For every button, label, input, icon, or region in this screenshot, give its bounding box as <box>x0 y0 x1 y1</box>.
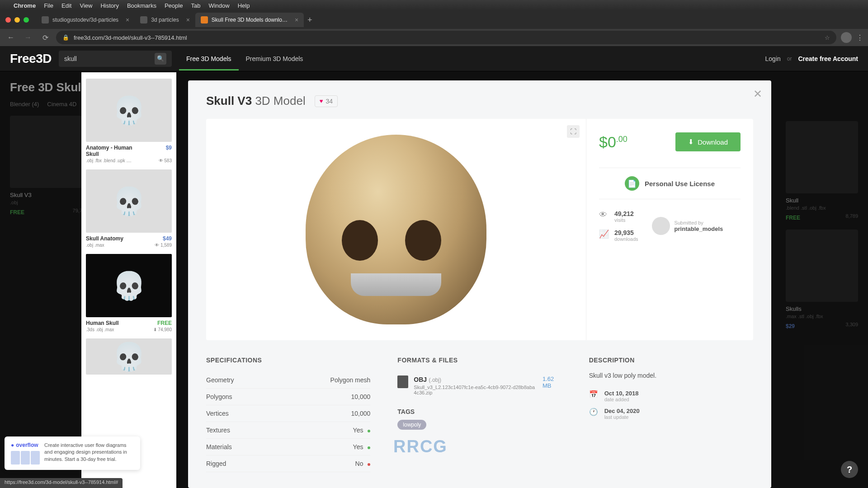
search-input[interactable] <box>64 55 155 62</box>
description-heading: DESCRIPTION <box>589 357 753 364</box>
tab-particles[interactable]: 3d particles × <box>135 13 195 27</box>
browser-tabstrip: studiogustodev/3d-particles × 3d particl… <box>0 11 868 29</box>
macos-menubar: Chrome File Edit View History Bookmarks … <box>0 0 868 11</box>
related-sidebar: 💀 Anatomy - Human Skull $9 .obj .fbx .bl… <box>81 72 176 488</box>
login-link[interactable]: Login <box>765 55 781 62</box>
profile-avatar[interactable] <box>841 32 852 43</box>
clock-icon: 🕐 <box>589 408 599 418</box>
spec-row: MaterialsYes <box>206 439 370 455</box>
content-row: ⛶ $0.00 ⬇ Download 📄 Personal Use Licens… <box>206 119 753 340</box>
specs-column: SPECIFICATIONS GeometryPolygon mesh Poly… <box>206 357 370 472</box>
tab-skull[interactable]: Skull Free 3D Models downlo… × <box>195 13 304 27</box>
file-name: OBJ <box>414 376 427 383</box>
date-added-row: 📅 Oct 10, 2018date added <box>589 390 753 402</box>
related-format: .3ds .obj .max <box>86 327 114 332</box>
site-logo[interactable]: Free3D <box>10 52 52 66</box>
like-count: 34 <box>326 98 333 105</box>
spec-row: TexturesYes <box>206 422 370 439</box>
license-icon: 📄 <box>625 176 639 191</box>
menu-history[interactable]: History <box>100 2 118 9</box>
calendar-icon: 📅 <box>589 390 599 400</box>
license-row[interactable]: 📄 Personal Use License <box>599 168 741 199</box>
file-full: Skull_v3_L2.123c1407fc1e-ea5c-4cb9-9072-… <box>414 385 537 395</box>
favicon-icon <box>201 16 208 23</box>
address-bar[interactable]: 🔒 free3d.com/3d-model/skull-v3--785914.h… <box>56 31 836 44</box>
model-header: Skull V3 3D Model ♥ 34 <box>206 94 753 108</box>
menu-people[interactable]: People <box>165 2 183 9</box>
back-button[interactable]: ← <box>5 31 17 44</box>
submitted-label: Submitted by <box>675 220 723 225</box>
nav-free-models[interactable]: Free 3D Models <box>179 47 239 70</box>
maximize-window-button[interactable] <box>24 17 29 23</box>
menu-bookmarks[interactable]: Bookmarks <box>127 2 156 9</box>
model-modal: ✕ Skull V3 3D Model ♥ 34 ⛶ $0.00 ⬇ Downl… <box>188 80 771 488</box>
related-card[interactable]: 💀 Anatomy - Human Skull $9 .obj .fbx .bl… <box>86 79 172 163</box>
close-tab-icon[interactable]: × <box>186 16 190 23</box>
related-price: $9 <box>166 145 172 151</box>
description-text: Skull v3 low poly model. <box>589 372 753 379</box>
close-modal-icon[interactable]: ✕ <box>753 88 762 100</box>
submitter[interactable]: Submitted by printable_models <box>652 210 723 242</box>
window-controls <box>5 17 29 23</box>
related-title: Anatomy - Human Skull <box>86 145 145 157</box>
close-tab-icon[interactable]: × <box>295 16 298 23</box>
reload-button[interactable]: ⟳ <box>39 31 52 44</box>
spec-row: RiggedNo <box>206 455 370 472</box>
related-views: 👁 1,589 <box>155 243 172 248</box>
help-button[interactable]: ? <box>841 461 858 478</box>
tags-heading: TAGS <box>397 408 561 415</box>
info-panel: $0.00 ⬇ Download 📄 Personal Use License … <box>586 119 753 340</box>
related-price: $49 <box>163 235 172 242</box>
tag-lowpoly[interactable]: lowpoly <box>397 420 426 430</box>
related-title: Skull Anatomy <box>86 235 123 242</box>
menu-view[interactable]: View <box>80 2 92 9</box>
bookmark-icon[interactable]: ☆ <box>825 34 830 41</box>
menu-window[interactable]: Window <box>208 2 229 9</box>
related-thumb: 💀 <box>86 79 172 142</box>
tab-title: studiogustodev/3d-particles <box>52 17 118 23</box>
like-button[interactable]: ♥ 34 <box>315 95 338 107</box>
file-icon <box>397 375 408 388</box>
stats-row: 👁 49,212visits 📈 29,935downloads Submitt… <box>599 210 741 242</box>
related-thumb: 💀 <box>86 169 172 233</box>
create-account-link[interactable]: Create free Account <box>798 55 858 62</box>
related-card[interactable]: 💀 Human Skull FREE .3ds .obj .max ⬇ 74,9… <box>86 254 172 332</box>
expand-icon[interactable]: ⛶ <box>567 125 580 138</box>
search-icon[interactable]: 🔍 <box>155 53 166 65</box>
close-tab-icon[interactable]: × <box>126 16 129 23</box>
menu-help[interactable]: Help <box>238 2 250 9</box>
description-column: DESCRIPTION Skull v3 low poly model. 📅 O… <box>589 357 753 472</box>
status-bar: https://free3d.com/3d-model/skull-v3--78… <box>0 478 123 488</box>
related-format: .obj .fbx .blend .upk .... <box>86 158 132 163</box>
chrome-menu-icon[interactable]: ⋮ <box>856 33 863 42</box>
related-card[interactable]: 💀 Skull Anatomy $49 .obj .max 👁 1,589 <box>86 169 172 248</box>
url-text: free3d.com/3d-model/skull-v3--785914.htm… <box>74 34 187 41</box>
menu-file[interactable]: File <box>44 2 53 9</box>
related-card[interactable]: 💀 <box>86 338 172 375</box>
forward-button[interactable]: → <box>22 31 34 44</box>
favicon-icon <box>42 16 49 23</box>
visits-stat: 👁 49,212visits <box>599 210 638 223</box>
new-tab-button[interactable]: + <box>307 15 312 25</box>
related-price: FREE <box>157 320 172 326</box>
specs-heading: SPECIFICATIONS <box>206 357 370 364</box>
model-preview-image[interactable] <box>306 135 486 324</box>
related-thumb: 💀 <box>86 254 172 317</box>
menu-tab[interactable]: Tab <box>191 2 200 9</box>
detail-columns: SPECIFICATIONS GeometryPolygon mesh Poly… <box>206 357 753 472</box>
related-title: Human Skull <box>86 320 119 326</box>
menu-edit[interactable]: Edit <box>61 2 71 9</box>
menu-app[interactable]: Chrome <box>14 2 36 9</box>
date-updated-row: 🕐 Dec 04, 2020last update <box>589 408 753 420</box>
nav-premium-models[interactable]: Premium 3D Models <box>239 47 311 70</box>
download-button[interactable]: ⬇ Download <box>675 132 741 151</box>
related-views: ⬇ 74,980 <box>153 327 172 332</box>
file-row[interactable]: OBJ (.obj) Skull_v3_L2.123c1407fc1e-ea5c… <box>397 372 561 399</box>
search-box[interactable]: 🔍 <box>59 51 172 67</box>
close-window-button[interactable] <box>5 17 11 23</box>
minimize-window-button[interactable] <box>14 17 20 23</box>
site-header: Free3D 🔍 Free 3D Models Premium 3D Model… <box>0 46 868 71</box>
promo-card[interactable]: ● overflow Create interactive user flow … <box>5 436 140 470</box>
spec-row: Polygons10,000 <box>206 389 370 405</box>
tab-github[interactable]: studiogustodev/3d-particles × <box>36 13 135 27</box>
